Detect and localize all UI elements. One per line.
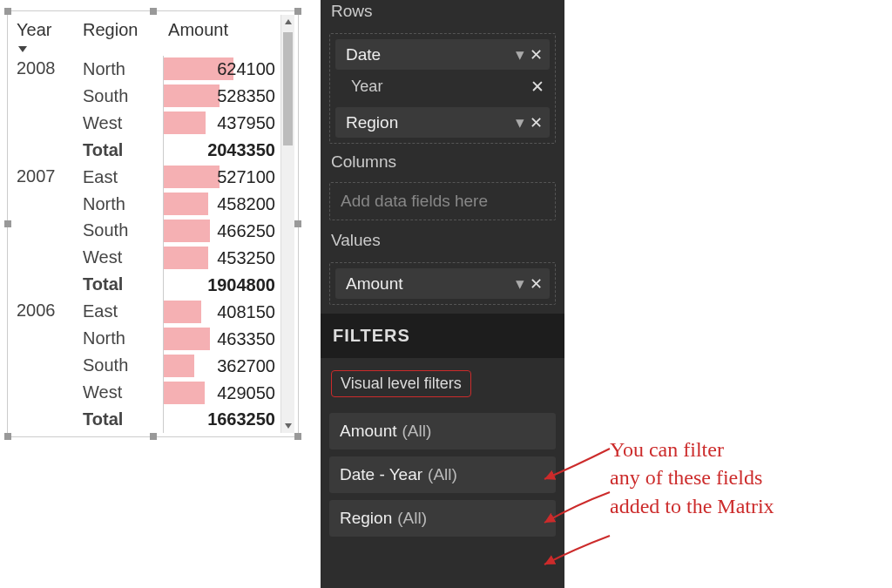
field-subchip-year[interactable]: Year ✕ (346, 75, 550, 102)
data-bar (164, 328, 211, 350)
scroll-thumb[interactable] (283, 32, 293, 145)
total-amount: 1663250 (207, 409, 275, 429)
scroll-down-button[interactable] (281, 419, 294, 433)
chevron-down-icon[interactable]: ▾ (513, 112, 527, 132)
field-chip-amount[interactable]: Amount ▾ ✕ (335, 268, 550, 299)
region-cell: West (78, 110, 163, 137)
amount-cell: 408150 (163, 298, 280, 325)
resize-handle[interactable] (4, 220, 11, 227)
col-header-amount[interactable]: Amount (163, 15, 280, 56)
sort-desc-icon (18, 46, 27, 52)
chevron-down-icon[interactable]: ▾ (513, 44, 527, 64)
annotation-text: You can filter any of these fields added… (610, 436, 880, 520)
resize-handle[interactable] (4, 433, 11, 440)
section-columns-label: Columns (321, 152, 564, 179)
total-label: Total (78, 271, 163, 298)
filter-item-amount[interactable]: Amount (All) (329, 413, 556, 449)
chevron-down-icon[interactable]: ▾ (513, 274, 527, 294)
region-cell: East (78, 298, 163, 325)
amount-cell: 527100 (163, 164, 280, 191)
region-cell: North (78, 56, 163, 83)
year-cell (11, 83, 78, 110)
year-cell (11, 191, 78, 218)
region-cell: South (78, 218, 163, 245)
table-row[interactable]: 2008North624100 (11, 56, 280, 83)
data-bar (164, 247, 208, 269)
chip-label: Amount (346, 274, 513, 294)
year-cell: 2006 (11, 298, 78, 325)
total-row[interactable]: Total2043350 (11, 137, 280, 164)
resize-handle[interactable] (4, 8, 11, 15)
resize-handle[interactable] (294, 433, 301, 440)
rows-well[interactable]: Date ▾ ✕ Year ✕ Region ▾ ✕ (329, 33, 556, 144)
filter-name: Date - Year (340, 465, 422, 484)
filter-name: Region (340, 509, 392, 528)
table-row[interactable]: 2006East408150 (11, 298, 280, 325)
section-values-label: Values (321, 231, 564, 257)
total-amount: 2043350 (207, 140, 275, 159)
chip-label: Region (346, 113, 513, 132)
amount-cell: 362700 (163, 352, 280, 379)
filter-scope: (All) (428, 465, 457, 484)
data-bar (164, 355, 194, 377)
close-icon[interactable]: ✕ (527, 113, 544, 132)
year-cell (11, 218, 78, 245)
region-cell: South (78, 83, 163, 110)
scroll-up-button[interactable] (281, 15, 294, 29)
total-label: Total (78, 406, 163, 433)
year-cell (11, 379, 78, 406)
close-icon[interactable]: ✕ (530, 77, 544, 97)
data-bar (164, 84, 220, 107)
filter-name: Amount (340, 422, 396, 441)
region-cell: East (78, 164, 163, 191)
close-icon[interactable]: ✕ (527, 45, 544, 64)
year-cell: 2007 (11, 164, 78, 191)
year-cell (11, 110, 78, 137)
table-row[interactable]: 2007East527100 (11, 164, 280, 191)
matrix-table: Year Region Amount 2008North624100South5… (11, 15, 280, 433)
region-cell: North (78, 191, 163, 218)
resize-handle[interactable] (294, 8, 301, 15)
data-bar (164, 112, 206, 134)
field-chip-date[interactable]: Date ▾ ✕ (335, 39, 550, 70)
year-cell (11, 352, 78, 379)
amount-cell: 458200 (163, 191, 280, 218)
amount-cell: 466250 (163, 218, 280, 245)
amount-cell: 429050 (163, 379, 280, 406)
filter-item-date-year[interactable]: Date - Year (All) (329, 456, 556, 493)
resize-handle[interactable] (150, 8, 157, 15)
year-cell (11, 325, 78, 352)
data-bar (164, 220, 211, 242)
resize-handle[interactable] (150, 433, 157, 440)
data-bar (164, 382, 205, 404)
table-row[interactable]: North458200 (11, 191, 280, 218)
columns-placeholder: Add data fields here (341, 192, 488, 210)
total-label: Total (78, 137, 163, 164)
matrix-visual[interactable]: Year Region Amount 2008North624100South5… (7, 10, 299, 437)
col-header-year[interactable]: Year (11, 15, 78, 56)
fields-panel: Rows Date ▾ ✕ Year ✕ Region ▾ ✕ Columns … (321, 0, 564, 588)
data-bar (164, 193, 208, 215)
resize-handle[interactable] (294, 220, 301, 227)
columns-well[interactable]: Add data fields here (329, 182, 556, 220)
filter-item-region[interactable]: Region (All) (329, 500, 556, 537)
field-chip-region[interactable]: Region ▾ ✕ (335, 107, 550, 138)
values-well[interactable]: Amount ▾ ✕ (329, 262, 556, 305)
scrollbar[interactable] (280, 15, 294, 433)
table-row[interactable]: South362700 (11, 352, 280, 379)
table-row[interactable]: South528350 (11, 83, 280, 110)
table-row[interactable]: West429050 (11, 379, 280, 406)
table-row[interactable]: West453250 (11, 244, 280, 271)
table-row[interactable]: North463350 (11, 325, 280, 352)
table-row[interactable]: South466250 (11, 218, 280, 245)
table-row[interactable]: West437950 (11, 110, 280, 137)
filter-scope: (All) (397, 509, 427, 528)
close-icon[interactable]: ✕ (527, 274, 544, 294)
total-row[interactable]: Total1663250 (11, 406, 280, 433)
amount-cell: 624100 (163, 56, 280, 83)
col-header-region[interactable]: Region (78, 15, 163, 56)
amount-cell: 437950 (163, 110, 280, 137)
data-bar (164, 166, 220, 188)
total-row[interactable]: Total1904800 (11, 271, 280, 298)
year-cell (11, 244, 78, 271)
